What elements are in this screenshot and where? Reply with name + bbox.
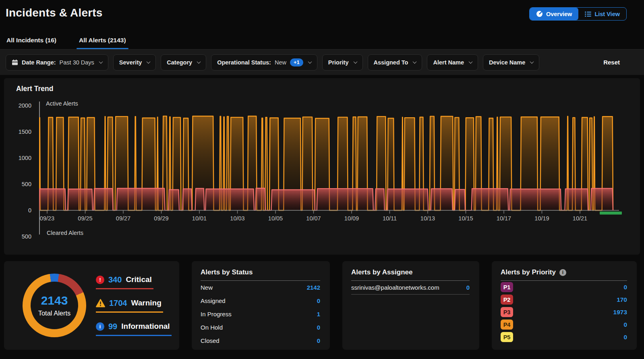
row-value: 0 — [623, 334, 627, 341]
info-circle-icon[interactable]: i — [559, 269, 566, 276]
legend-count: 99 — [108, 322, 117, 331]
row-value: 170 — [617, 296, 627, 303]
total-alerts-donut-wrap: 2143 Total Alerts — [23, 274, 86, 337]
status-row-new[interactable]: New2142 — [201, 281, 320, 294]
legend-item-informational[interactable]: i99Informational — [96, 322, 172, 336]
y-axis-tick-label: 500 — [8, 181, 31, 187]
priority-row-p2[interactable]: P2170 — [501, 293, 627, 306]
tab-all-alerts-2143-[interactable]: All Alerts (2143) — [77, 37, 128, 49]
calendar-icon — [12, 59, 18, 66]
cleared-alerts-bar — [600, 212, 622, 215]
filter-label: Alert Name — [433, 59, 464, 66]
view-toggle: OverviewList View — [529, 7, 627, 21]
x-axis-tick-label: 10/09 — [344, 215, 359, 222]
filter-pill-assigned-to[interactable]: Assigned To — [368, 54, 422, 71]
priority-row-p4[interactable]: P40 — [501, 318, 627, 331]
row-value: 1 — [317, 311, 320, 317]
status-row-on-hold[interactable]: On Hold0 — [201, 321, 320, 334]
filter-pills: Date Range:Past 30 DaysSeverityCategoryO… — [6, 54, 539, 71]
assignee-rows: ssrinivas@paloaltonetworks.com0 — [351, 281, 470, 295]
chevron-down-icon — [469, 60, 473, 64]
x-axis-tick-label: 10/01 — [192, 215, 207, 222]
toggle-label: List View — [594, 11, 620, 17]
row-value: 1973 — [613, 309, 627, 316]
assignee-row-ssrinivas-paloaltonetworks-com[interactable]: ssrinivas@paloaltonetworks.com0 — [351, 281, 470, 295]
row-value: 0 — [317, 337, 320, 344]
reset-filters-button[interactable]: Reset — [603, 59, 620, 66]
total-alerts-value: 2143 — [41, 294, 68, 307]
filter-label: Severity — [119, 59, 142, 66]
status-row-in-progress[interactable]: In Progress1 — [201, 307, 320, 321]
alerts-by-priority-title-text: Alerts by Priority — [501, 268, 556, 276]
row-value: 2142 — [307, 284, 320, 291]
priority-row-p5[interactable]: P50 — [501, 331, 627, 343]
list-icon — [585, 11, 591, 17]
filter-pill-operational-status[interactable]: Operational Status:New+1 — [211, 54, 317, 71]
alerts-by-priority-title: Alerts by Priority i — [501, 268, 627, 276]
incidents-alerts-page: Incidents & Alerts OverviewList View All… — [0, 0, 644, 350]
legend-item-critical[interactable]: !340Critical — [96, 275, 153, 289]
x-axis-tick-label: 10/05 — [268, 215, 283, 222]
summary-cards-row: 2143 Total Alerts !340Critical1704Warnin… — [4, 261, 639, 350]
x-axis-tick-label: 09/27 — [116, 215, 130, 222]
priority-rows: P10P2170P31973P40P50 — [501, 281, 627, 343]
x-axis-tick-label: 09/29 — [154, 215, 168, 222]
priority-badge-p5: P5 — [501, 332, 513, 342]
legend-label: Informational — [121, 322, 170, 331]
row-label: New — [201, 284, 213, 291]
y-axis-tick-label: 0 — [8, 207, 31, 214]
row-label: On Hold — [201, 324, 223, 331]
chevron-down-icon — [530, 60, 534, 64]
legend-count: 340 — [108, 275, 122, 284]
status-row-closed[interactable]: Closed0 — [201, 334, 320, 347]
y-axis-tick-label: 1000 — [8, 155, 31, 161]
view-toggle-overview[interactable]: Overview — [530, 8, 579, 20]
filter-pill-severity[interactable]: Severity — [113, 54, 156, 71]
priority-badge-p1: P1 — [501, 282, 513, 292]
filter-bar: Date Range:Past 30 DaysSeverityCategoryO… — [0, 49, 644, 75]
priority-row-p1[interactable]: P10 — [501, 281, 627, 293]
filter-pill-alert-name[interactable]: Alert Name — [427, 54, 478, 71]
row-value: 0 — [317, 324, 320, 331]
legend-label: Critical — [126, 275, 151, 284]
alert-trend-chart[interactable]: 09/2309/2509/2709/2910/0110/0310/0510/07… — [39, 101, 623, 238]
filter-label: Operational Status: — [217, 59, 271, 66]
x-axis-tick-label: 10/17 — [497, 215, 511, 222]
x-axis-tick-label: 09/25 — [78, 215, 92, 222]
filter-pill-priority[interactable]: Priority — [322, 54, 363, 71]
filter-pill-date-range[interactable]: Date Range:Past 30 Days — [6, 54, 108, 71]
legend-label: Warning — [131, 299, 162, 307]
filter-more-badge[interactable]: +1 — [290, 58, 303, 66]
legend-count: 1704 — [109, 299, 127, 308]
legend-item-warning[interactable]: 1704Warning — [96, 299, 163, 313]
alerts-by-status-title: Alerts by Status — [201, 268, 320, 276]
chevron-down-icon — [99, 60, 103, 64]
tab-all-incidents-16-[interactable]: All Incidents (16) — [4, 37, 59, 49]
filter-pill-device-name[interactable]: Device Name — [483, 54, 539, 71]
x-axis-tick-label: 10/11 — [383, 215, 397, 222]
chevron-down-icon — [308, 60, 312, 64]
x-axis-tick-label: 10/07 — [306, 215, 321, 222]
secondary-alerts-area — [39, 188, 613, 210]
priority-row-p3[interactable]: P31973 — [501, 306, 627, 318]
x-axis-tick-label: 09/23 — [40, 215, 54, 222]
filter-label: Assigned To — [374, 59, 408, 66]
row-value: 0 — [623, 284, 627, 291]
x-axis-tick-label: 10/13 — [420, 215, 435, 222]
row-value: 0 — [623, 321, 627, 328]
filter-label: Date Range: — [22, 59, 56, 66]
row-label: ssrinivas@paloaltonetworks.com — [351, 284, 439, 291]
filter-value: New — [275, 59, 286, 66]
critical-icon: ! — [96, 276, 104, 284]
gauge-icon — [536, 10, 543, 17]
total-alerts-label: Total Alerts — [38, 309, 71, 317]
filter-pill-category[interactable]: Category — [161, 54, 206, 71]
status-rows: New2142Assigned0In Progress1On Hold0Clos… — [201, 281, 320, 347]
status-row-assigned[interactable]: Assigned0 — [201, 294, 320, 307]
x-axis-tick-label: 10/21 — [573, 215, 587, 222]
chevron-down-icon — [147, 60, 151, 64]
priority-badge-p4: P4 — [501, 320, 513, 330]
info-icon: i — [96, 322, 104, 331]
donut-center: 2143 Total Alerts — [23, 274, 86, 337]
view-toggle-list-view[interactable]: List View — [578, 8, 626, 20]
